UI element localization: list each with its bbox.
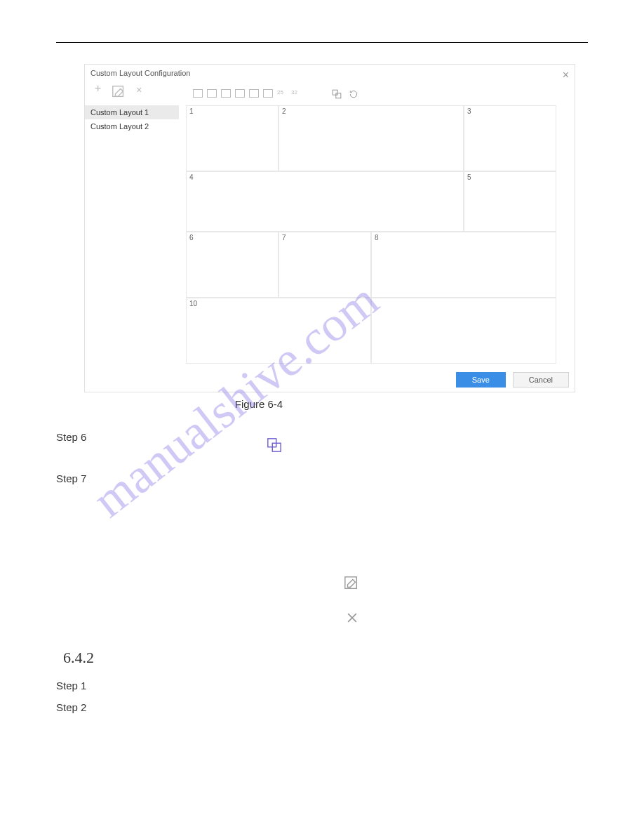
combine-icon[interactable]	[332, 89, 342, 98]
cell-3[interactable]: 3	[464, 105, 556, 171]
grid-blank-icon[interactable]	[305, 89, 315, 98]
edit-icon[interactable]	[111, 84, 126, 102]
cell-7[interactable]: 7	[279, 232, 371, 298]
delete-icon[interactable]: ×	[136, 84, 142, 102]
cell-4[interactable]: 4	[186, 171, 464, 232]
figure-caption: Figure 6-4	[56, 398, 462, 410]
custom-layout-dialog: Custom Layout Configuration × + × 25 32	[84, 64, 575, 392]
layout-item-2[interactable]: Custom Layout 2	[85, 119, 179, 133]
toolbar: + × 25 32	[85, 81, 575, 105]
cancel-button[interactable]: Cancel	[513, 372, 569, 388]
layout-list: Custom Layout 1 Custom Layout 2	[85, 105, 179, 383]
grid-1x1-icon[interactable]	[193, 89, 203, 98]
grid-32-icon[interactable]: 32	[291, 89, 301, 98]
combine-icon-inline	[267, 437, 282, 456]
cell-8[interactable]: 8	[371, 232, 556, 298]
horizontal-rule	[56, 42, 588, 43]
step-2: Step 2	[56, 701, 588, 713]
grid-4x4-icon[interactable]	[249, 89, 259, 98]
layout-item-1[interactable]: Custom Layout 1	[85, 105, 179, 119]
edit-icon-inline	[344, 576, 588, 594]
cell-10[interactable]: 10	[186, 298, 371, 364]
save-button[interactable]: Save	[456, 372, 506, 388]
grid-2x2-icon[interactable]	[207, 89, 217, 98]
grid-1x3-icon[interactable]	[221, 89, 231, 98]
cell-5[interactable]: 5	[464, 171, 556, 232]
grid-5x5-icon[interactable]	[263, 89, 273, 98]
svg-rect-2	[336, 93, 341, 98]
reset-icon[interactable]	[349, 89, 358, 98]
grid-25-icon[interactable]: 25	[277, 89, 287, 98]
cell-2[interactable]: 2	[279, 105, 464, 171]
cell-6[interactable]: 6	[186, 232, 279, 298]
add-icon[interactable]: +	[95, 84, 101, 102]
svg-rect-1	[333, 90, 337, 95]
dialog-title: Custom Layout Configuration	[85, 65, 575, 81]
step-1: Step 1	[56, 680, 588, 691]
close-icon[interactable]: ×	[563, 69, 569, 81]
step-7: Step 7	[56, 472, 588, 484]
section-number: 6.4.2	[63, 649, 588, 667]
cell-blank[interactable]	[371, 298, 556, 364]
layout-canvas[interactable]: 1 2 3 4 5 6 7 8 10	[186, 105, 568, 383]
step-6: Step 6	[56, 431, 588, 443]
grid-3x3-icon[interactable]	[235, 89, 245, 98]
close-icon-inline	[345, 611, 588, 628]
cell-1[interactable]: 1	[186, 105, 279, 171]
